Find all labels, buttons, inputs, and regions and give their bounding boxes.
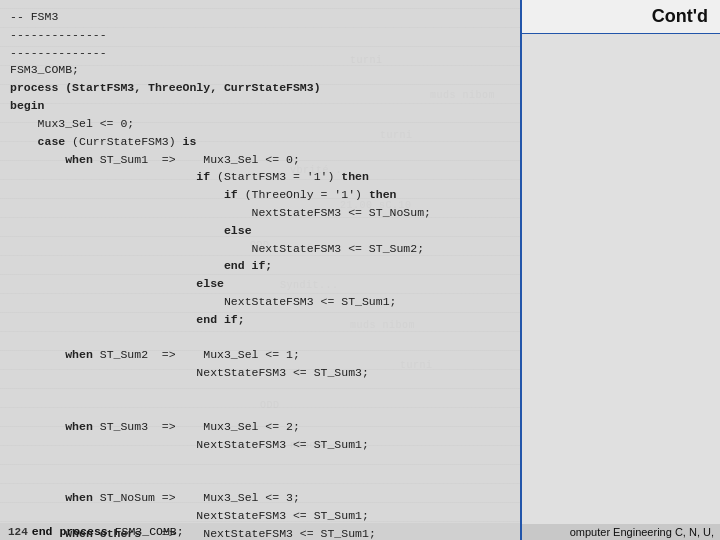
code-line: if (StartFSM3 = '1') then xyxy=(10,168,510,186)
code-line: Mux3_Sel <= 0; xyxy=(10,115,510,133)
code-line: -------------- xyxy=(10,44,510,62)
footer-university-text: omputer Engineering C, N, U, xyxy=(570,526,714,538)
code-line: NextStateFSM3 <= ST_Sum2; xyxy=(10,240,510,258)
right-panel: Cont'd xyxy=(520,0,720,540)
code-line: else xyxy=(10,222,510,240)
code-line: -------------- xyxy=(10,26,510,44)
code-line: NextStateFSM3 <= ST_Sum1; xyxy=(10,293,510,311)
code-line: end if; xyxy=(10,257,510,275)
code-line xyxy=(10,400,510,418)
code-line xyxy=(10,382,510,400)
code-line-when-st-sum3: when ST_Sum3 => Mux3_Sel <= 2; xyxy=(10,418,510,436)
code-line xyxy=(10,329,510,347)
code-line-begin: begin xyxy=(10,97,510,115)
code-line-when-st-sum2: when ST_Sum2 => Mux3_Sel <= 1; xyxy=(10,346,510,364)
code-line-process: process (StartFSM3, ThreeOnly, CurrState… xyxy=(10,79,510,97)
code-line: if (ThreeOnly = '1') then xyxy=(10,186,510,204)
code-line xyxy=(10,471,510,489)
code-line xyxy=(10,453,510,471)
right-panel-body xyxy=(522,34,720,540)
code-line: NextStateFSM3 <= ST_Sum1; xyxy=(10,507,510,525)
right-panel-header: Cont'd xyxy=(522,0,720,34)
code-line: NextStateFSM3 <= ST_Sum3; xyxy=(10,364,510,382)
code-line: end if; xyxy=(10,311,510,329)
code-panel: muds nibom turni muds nibom turni vbrité… xyxy=(0,0,520,540)
code-line: -- FSM3 xyxy=(10,8,510,26)
code-line: else xyxy=(10,275,510,293)
code-line: NextStateFSM3 <= ST_NoSum; xyxy=(10,204,510,222)
contd-title: Cont'd xyxy=(652,6,708,26)
code-line-when-st-sum1: when ST_Sum1 => Mux3_Sel <= 0; xyxy=(10,151,510,169)
code-line-when-others: when others => NextStateFSM3 <= ST_Sum1; xyxy=(10,525,510,540)
code-line: case (CurrStateFSM3) is xyxy=(10,133,510,151)
main-container: muds nibom turni muds nibom turni vbrité… xyxy=(0,0,720,540)
footer-right: omputer Engineering C, N, U, xyxy=(520,524,720,540)
code-content: -- FSM3 -------------- -------------- FS… xyxy=(10,8,510,540)
code-line: NextStateFSM3 <= ST_Sum1; xyxy=(10,436,510,454)
code-line-when-st-nosum: when ST_NoSum => Mux3_Sel <= 3; xyxy=(10,489,510,507)
code-line: FSM3_COMB; xyxy=(10,61,510,79)
